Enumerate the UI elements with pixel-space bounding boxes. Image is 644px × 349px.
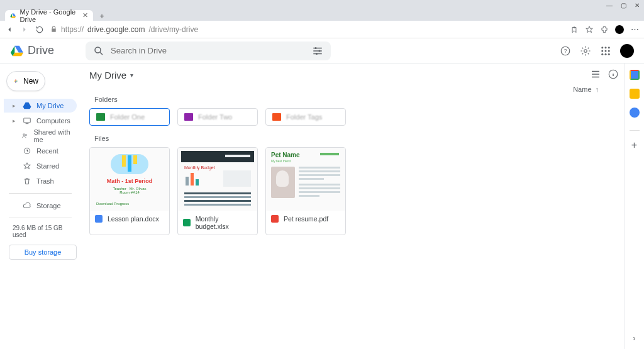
collapse-panel-icon[interactable]: › [633, 334, 636, 343]
svg-point-14 [605, 53, 607, 55]
folder-name: Folder Tags [286, 113, 322, 121]
pdf-icon [271, 215, 279, 223]
svg-point-12 [608, 50, 610, 52]
file-thumbnail: Pet Name My best friend [266, 148, 345, 211]
favorite-star-icon[interactable] [585, 25, 594, 34]
folder-icon [184, 113, 193, 121]
keep-icon[interactable] [630, 89, 640, 99]
drive-header: Drive ? [0, 38, 644, 64]
buy-storage-button[interactable]: Buy storage [9, 245, 77, 260]
window-minimize-icon[interactable]: — [606, 2, 613, 8]
folder-name: Folder Two [198, 113, 232, 121]
folders-grid: Folder One Folder Two Folder Tags [89, 108, 601, 126]
url-path: /drive/my-drive [148, 25, 198, 34]
svg-point-15 [608, 53, 610, 55]
file-name: Monthly budget.xlsx [196, 215, 252, 230]
apps-grid-icon[interactable] [600, 45, 611, 57]
svg-point-17 [23, 134, 25, 136]
settings-gear-icon[interactable] [580, 45, 591, 57]
view-list-icon[interactable] [590, 69, 601, 80]
tab-close-icon[interactable]: ✕ [82, 11, 88, 19]
sort-header[interactable]: Name ↑ [89, 86, 601, 93]
svg-point-3 [316, 53, 318, 55]
people-icon [21, 131, 28, 140]
svg-point-9 [608, 47, 610, 48]
file-name: Lesson plan.docx [108, 215, 159, 223]
new-button-label: New [23, 77, 38, 86]
new-button[interactable]: New [6, 71, 45, 91]
window-maximize-icon[interactable]: ▢ [620, 2, 626, 8]
details-info-icon[interactable] [608, 69, 619, 80]
file-name: Pet resume.pdf [284, 215, 328, 223]
folder-item[interactable]: Folder Tags [265, 108, 346, 126]
search-icon [93, 45, 104, 57]
svg-point-18 [26, 134, 27, 135]
computers-icon [23, 116, 31, 125]
caret-right-icon: ▸ [13, 118, 18, 124]
sheets-icon [183, 219, 191, 226]
nav-reload-icon[interactable] [35, 25, 44, 34]
file-item[interactable]: Monthly Budget Monthly budget.xlsx [177, 147, 258, 235]
nav-forward-icon[interactable] [20, 25, 29, 34]
browser-tab[interactable]: My Drive - Google Drive ✕ [5, 10, 93, 21]
drive-favicon-icon [10, 12, 16, 19]
add-addon-icon[interactable]: + [631, 140, 637, 151]
folder-item[interactable]: Folder One [89, 108, 170, 126]
search-bar[interactable] [86, 42, 331, 60]
svg-point-2 [319, 50, 321, 52]
search-options-icon[interactable] [312, 45, 323, 57]
account-avatar[interactable] [620, 44, 634, 58]
help-icon[interactable]: ? [560, 45, 571, 57]
clock-icon [23, 147, 31, 155]
sidebar-item-starred[interactable]: ▸ Starred [4, 159, 77, 173]
svg-point-10 [601, 50, 603, 52]
folder-icon [96, 113, 105, 121]
tasks-icon[interactable] [630, 108, 640, 118]
extensions-icon[interactable] [600, 25, 609, 34]
svg-point-13 [601, 53, 603, 55]
breadcrumb-label: My Drive [89, 70, 126, 80]
file-thumbnail: Math - 1st Period Teacher · Mr. OlivasRo… [90, 148, 169, 211]
docs-icon [95, 215, 103, 223]
sort-column-label: Name [573, 86, 591, 93]
svg-point-11 [605, 50, 607, 52]
star-icon [23, 162, 31, 170]
calendar-icon[interactable] [630, 70, 640, 80]
search-input[interactable] [111, 46, 306, 55]
sidebar-item-computers[interactable]: ▸ Computers [4, 114, 77, 128]
file-item[interactable]: Math - 1st Period Teacher · Mr. OlivasRo… [89, 147, 170, 235]
svg-point-0 [95, 47, 101, 53]
sidebar-item-label: Recent [36, 147, 58, 155]
main-content: My Drive ▾ Name ↑ Folders Folder One Fol… [80, 64, 624, 349]
browser-profile-avatar[interactable] [615, 25, 624, 34]
sidebar-item-shared[interactable]: ▸ Shared with me [4, 129, 77, 143]
sort-ascending-icon: ↑ [596, 86, 599, 93]
browser-menu-icon[interactable]: ⋯ [630, 25, 639, 34]
file-thumbnail: Monthly Budget [178, 148, 257, 211]
window-titlebar: — ▢ ✕ [0, 0, 644, 10]
sidebar-item-label: Shared with me [33, 128, 72, 143]
section-files-label: Files [94, 135, 601, 142]
new-tab-button[interactable]: + [97, 11, 107, 21]
chevron-down-icon: ▾ [130, 72, 133, 79]
sidebar: New ▸ My Drive ▸ Computers ▸ Shared with… [0, 64, 80, 349]
address-bar[interactable]: https://drive.google.com/drive/my-drive [50, 25, 564, 34]
breadcrumb[interactable]: My Drive ▾ [89, 70, 601, 80]
folder-item[interactable]: Folder Two [177, 108, 258, 126]
tab-title: My Drive - Google Drive [20, 8, 79, 23]
file-item[interactable]: Pet Name My best friend Pet resume.pdf [265, 147, 346, 235]
url-host: drive.google.com [87, 25, 145, 34]
sidebar-item-storage[interactable]: ▸ Storage [4, 199, 77, 213]
folder-icon [272, 113, 281, 121]
nav-back-icon[interactable] [5, 25, 14, 34]
browser-toolbar: https://drive.google.com/drive/my-drive … [0, 21, 644, 38]
sidebar-item-recent[interactable]: ▸ Recent [4, 144, 77, 158]
drive-logo[interactable]: Drive [10, 44, 78, 58]
window-close-icon[interactable]: ✕ [634, 2, 640, 8]
sidebar-item-trash[interactable]: ▸ Trash [4, 174, 77, 188]
sidebar-item-my-drive[interactable]: ▸ My Drive [4, 99, 77, 113]
svg-point-1 [315, 47, 317, 49]
cloud-icon [23, 201, 31, 210]
files-grid: Math - 1st Period Teacher · Mr. OlivasRo… [89, 147, 601, 235]
bookmark-add-icon[interactable] [570, 25, 579, 34]
